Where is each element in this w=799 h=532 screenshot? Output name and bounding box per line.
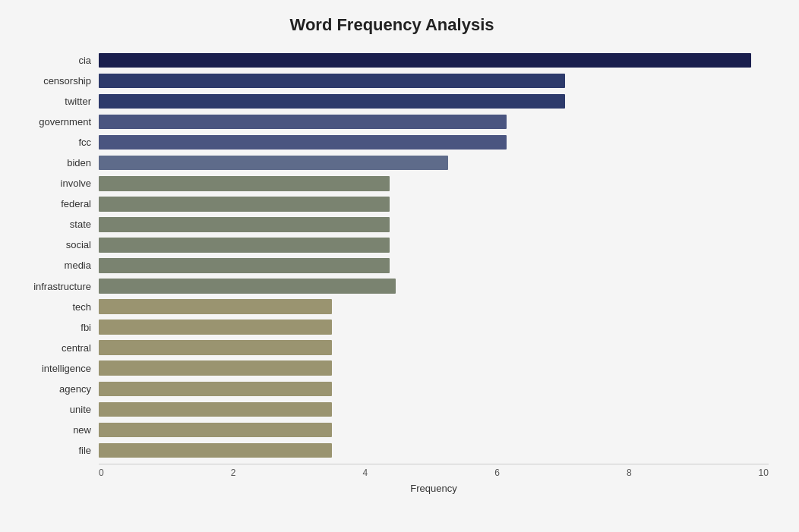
bar: [99, 135, 507, 150]
bar-row: social: [15, 235, 769, 255]
bar-wrapper: [99, 112, 769, 132]
bar: [99, 258, 390, 272]
bar: [99, 53, 751, 68]
tick-label: 10: [759, 467, 769, 478]
bar-label: fcc: [15, 137, 99, 148]
bar-label: censorship: [15, 75, 99, 87]
bar-row: federal: [15, 194, 769, 214]
bar-wrapper: [99, 194, 769, 214]
bar-wrapper: [99, 440, 769, 461]
bar-label: state: [15, 219, 99, 230]
bar-label: fbi: [15, 322, 99, 333]
bar: [99, 217, 390, 231]
x-axis-title: Frequency: [99, 483, 769, 494]
bar-wrapper: [99, 153, 769, 173]
x-axis-area: 0246810 Frequency: [99, 464, 769, 494]
bar: [99, 176, 390, 190]
bar-row: new: [15, 420, 769, 440]
bar-row: media: [15, 255, 769, 275]
bar-wrapper: [99, 379, 769, 399]
bar-wrapper: [99, 358, 769, 379]
chart-title: Word Frequency Analysis: [15, 15, 769, 35]
bar-row: infrastructure: [15, 276, 769, 297]
bar-label: intelligence: [15, 363, 99, 374]
bar-row: twitter: [15, 91, 769, 112]
bar-row: involve: [15, 173, 769, 194]
bar-row: government: [15, 112, 769, 132]
bar: [99, 74, 565, 88]
bar-wrapper: [99, 317, 769, 338]
bar-label: involve: [15, 178, 99, 189]
bar: [99, 156, 448, 170]
bar: [99, 238, 390, 252]
tick-label: 4: [362, 467, 368, 478]
bar-row: central: [15, 338, 769, 358]
bar-wrapper: [99, 276, 769, 297]
x-axis-line: [99, 464, 769, 464]
tick-label: 8: [627, 467, 632, 478]
bar: [99, 279, 396, 293]
tick-label: 2: [231, 467, 236, 478]
bar-label: federal: [15, 198, 99, 209]
bar-label: twitter: [15, 96, 99, 107]
bar-row: file: [15, 440, 769, 461]
bar: [99, 382, 332, 396]
bar-row: cia: [15, 50, 769, 71]
bar: [99, 299, 332, 313]
x-axis-ticks: 0246810: [99, 467, 769, 478]
bar-wrapper: [99, 91, 769, 112]
bar: [99, 94, 565, 109]
bar-wrapper: [99, 50, 769, 71]
bar-label: central: [15, 342, 99, 354]
bar-label: file: [15, 445, 99, 456]
bar-label: unite: [15, 404, 99, 415]
bar-label: tech: [15, 301, 99, 313]
bar: [99, 423, 332, 437]
bar-wrapper: [99, 71, 769, 91]
bar-row: intelligence: [15, 358, 769, 379]
bar-wrapper: [99, 255, 769, 275]
bar-wrapper: [99, 420, 769, 440]
bar-row: biden: [15, 153, 769, 173]
bar-label: cia: [15, 55, 99, 66]
bar-label: agency: [15, 383, 99, 395]
bar: [99, 115, 507, 129]
bar-wrapper: [99, 132, 769, 153]
bar: [99, 443, 332, 458]
bar-wrapper: [99, 235, 769, 255]
bar-row: state: [15, 214, 769, 235]
bar-wrapper: [99, 297, 769, 317]
bar-label: infrastructure: [15, 281, 99, 292]
bar: [99, 320, 332, 334]
bar-wrapper: [99, 338, 769, 358]
tick-label: 0: [99, 467, 104, 478]
bar-row: agency: [15, 379, 769, 399]
bar-label: social: [15, 239, 99, 250]
bar-row: tech: [15, 297, 769, 317]
bar-row: censorship: [15, 71, 769, 91]
chart-container: Word Frequency Analysis ciacensorshiptwi…: [0, 0, 799, 532]
chart-area: ciacensorshiptwittergovernmentfccbidenin…: [15, 50, 769, 461]
bar: [99, 360, 332, 375]
bar-wrapper: [99, 214, 769, 235]
bar-wrapper: [99, 173, 769, 194]
bar-label: government: [15, 116, 99, 127]
bar-label: new: [15, 424, 99, 436]
bar: [99, 340, 332, 354]
bar-label: biden: [15, 157, 99, 168]
bar-row: fbi: [15, 317, 769, 338]
bar-row: fcc: [15, 132, 769, 153]
bar: [99, 197, 390, 211]
bar-label: media: [15, 260, 99, 271]
bar: [99, 402, 332, 417]
bar-wrapper: [99, 399, 769, 420]
bar-row: unite: [15, 399, 769, 420]
tick-label: 6: [494, 467, 500, 478]
